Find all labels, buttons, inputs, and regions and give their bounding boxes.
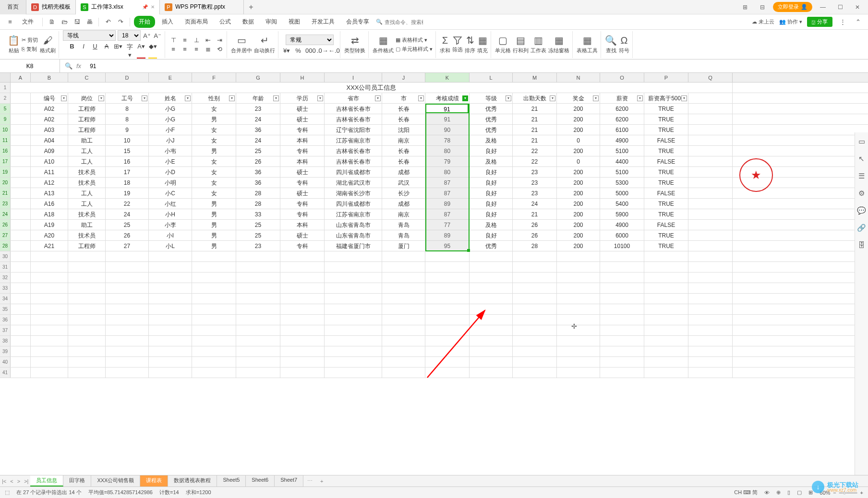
cell[interactable]: 及格 [470, 135, 513, 145]
cell[interactable] [325, 304, 382, 314]
share-button[interactable]: ⍰ 分享 [807, 17, 832, 27]
menu-icon[interactable]: ≡ [5, 17, 15, 27]
cell[interactable] [68, 357, 106, 367]
cell[interactable] [644, 336, 688, 346]
align-middle-icon[interactable]: ≡ [181, 36, 189, 44]
cell[interactable] [688, 125, 733, 135]
cell[interactable]: 小韦 [149, 146, 192, 156]
cell[interactable] [149, 346, 192, 356]
cell[interactable]: 技术员 [68, 230, 106, 240]
cell[interactable] [470, 262, 513, 272]
cell[interactable]: 36 [236, 125, 280, 135]
cell[interactable]: 山东省青岛市 [325, 230, 382, 240]
cell[interactable]: 89 [425, 199, 470, 209]
cell[interactable]: 5300 [600, 178, 644, 188]
cell[interactable] [31, 346, 68, 356]
cell[interactable] [31, 251, 68, 261]
cell[interactable] [236, 283, 280, 293]
cell[interactable]: 28 [236, 199, 280, 209]
row-header[interactable]: 36 [0, 315, 11, 325]
cell[interactable]: 89 [425, 230, 470, 240]
cell[interactable] [68, 251, 106, 261]
cell[interactable]: 良好 [470, 209, 513, 219]
cell[interactable] [688, 304, 733, 314]
cell[interactable]: 15 [106, 146, 149, 156]
cell[interactable] [236, 294, 280, 304]
collapse-ribbon-icon[interactable]: ⌃ [853, 17, 863, 27]
maximize-button[interactable]: ☐ [833, 0, 847, 14]
sort-button[interactable]: ⇅排序 [465, 35, 475, 54]
cell[interactable]: 男 [192, 220, 236, 230]
zoom-out-button[interactable]: − [833, 490, 836, 496]
cell[interactable]: A16 [31, 199, 68, 209]
cell[interactable] [192, 357, 236, 367]
cell[interactable]: 工人 [68, 199, 106, 209]
cell[interactable] [557, 304, 600, 314]
cell[interactable] [688, 336, 733, 346]
cell[interactable] [382, 294, 425, 304]
cell[interactable]: 77 [425, 220, 470, 230]
col-header-L[interactable]: L [470, 73, 513, 82]
cell[interactable]: 小L [149, 241, 192, 251]
cell[interactable] [425, 325, 470, 335]
cell[interactable]: 本科 [280, 220, 325, 230]
cell[interactable] [31, 294, 68, 304]
home-tab[interactable]: 首页 [0, 0, 26, 14]
view-grid-icon[interactable]: ⊕ [776, 489, 781, 496]
filter-dropdown-icon[interactable]: ▾ [229, 95, 235, 101]
font-select[interactable]: 等线 [63, 30, 116, 41]
cell[interactable]: 小C [149, 188, 192, 198]
cell[interactable]: 5900 [600, 209, 644, 219]
cell[interactable]: A21 [31, 241, 68, 251]
app-icon-2[interactable]: ⊟ [756, 0, 769, 14]
menu-tab-dev[interactable]: 开发工具 [307, 16, 339, 28]
cell[interactable]: 小G [149, 104, 192, 114]
menu-tab-formula[interactable]: 公式 [215, 16, 236, 28]
filter-dropdown-icon[interactable]: ▾ [273, 95, 279, 101]
cell[interactable] [425, 273, 470, 283]
cell[interactable]: 200 [557, 178, 600, 188]
cell[interactable] [31, 357, 68, 367]
cell[interactable] [11, 325, 31, 335]
row-header[interactable]: 27 [0, 230, 11, 240]
cell[interactable] [688, 283, 733, 293]
cell[interactable] [470, 304, 513, 314]
cell[interactable] [236, 304, 280, 314]
cell[interactable] [513, 336, 557, 346]
row-header[interactable]: 21 [0, 188, 11, 198]
new-icon[interactable]: 🗎 [47, 17, 57, 27]
cell[interactable]: 良好 [470, 178, 513, 188]
cell[interactable]: 女 [192, 104, 236, 114]
cell[interactable]: 26 [513, 230, 557, 240]
sheet-tab[interactable]: 田字格 [63, 475, 91, 486]
cell[interactable] [425, 294, 470, 304]
cell[interactable] [600, 346, 644, 356]
cell[interactable] [192, 346, 236, 356]
cell[interactable]: 26 [106, 230, 149, 240]
merge-center-button[interactable]: ▭合并居中 [231, 35, 252, 54]
cell[interactable] [325, 325, 382, 335]
cell[interactable]: 青岛 [382, 230, 425, 240]
cell[interactable]: 80 [425, 167, 470, 177]
col-header-A[interactable]: A [11, 73, 31, 82]
cell[interactable]: 男 [192, 209, 236, 219]
cell[interactable] [11, 125, 31, 135]
cell[interactable] [470, 368, 513, 378]
cell[interactable] [192, 304, 236, 314]
col-header-H[interactable]: H [280, 73, 325, 82]
cell[interactable] [280, 346, 325, 356]
sidebar-chat-icon[interactable]: 💬 [857, 206, 866, 215]
cell[interactable]: 21 [513, 125, 557, 135]
cell[interactable]: 等级▾ [470, 93, 513, 103]
doc-tab-template[interactable]: D 找稻壳模板 [26, 0, 76, 14]
cell[interactable] [325, 262, 382, 272]
cell[interactable]: 24 [513, 199, 557, 209]
view-eye-icon[interactable]: 👁 [764, 490, 770, 496]
cell[interactable] [236, 357, 280, 367]
cell[interactable]: 青岛 [382, 220, 425, 230]
col-header-O[interactable]: O [600, 73, 644, 82]
cell[interactable] [425, 368, 470, 378]
cell[interactable]: TRUE [644, 146, 688, 156]
cell[interactable]: 25 [106, 220, 149, 230]
cell[interactable] [192, 294, 236, 304]
